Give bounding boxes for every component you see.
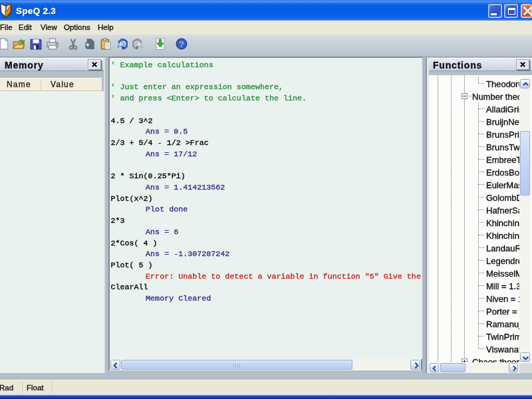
svg-text:?: ? <box>179 39 184 49</box>
